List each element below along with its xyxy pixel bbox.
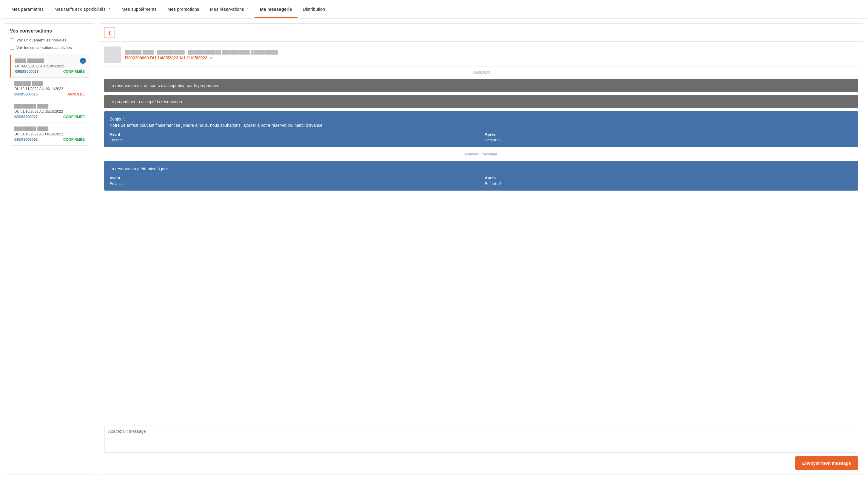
system-message-1: La réservation est en cours d'acceptatio… xyxy=(104,79,858,92)
filter-archivees-label: Voir les conversations archivées xyxy=(17,45,72,50)
nav-supplements[interactable]: Mes suppléments xyxy=(116,0,162,18)
top-navigation: Mes paramètres Mes tarifs et disponibili… xyxy=(0,0,868,19)
chevron-down-icon: ⌃ xyxy=(108,8,111,11)
user-message-text-1: Bonjour,Notre 2e enfant pouvant finaleme… xyxy=(110,116,853,129)
message-input[interactable] xyxy=(104,426,858,452)
user-message-table-1: Avant Après Enfant : 1 Enfant : 2 xyxy=(110,132,853,142)
checkbox-non-lues[interactable] xyxy=(10,38,14,42)
nav-reservations[interactable]: Mes réservations ⌃ xyxy=(205,0,254,18)
conv-name-4: ████████ ████ xyxy=(14,126,85,131)
nouveau-message-divider: Nouveau message xyxy=(104,152,858,156)
checkbox-archivees[interactable] xyxy=(10,45,14,50)
nav-tarifs[interactable]: Mes tarifs et disponibilités ⌃ xyxy=(49,0,116,18)
booking-title-blurred: ██████ ████ • ██████████ • ████████████ … xyxy=(125,50,858,54)
conv-dates-1: DU 14/05/2022 AU 21/05/2022 xyxy=(15,64,85,68)
sidebar-title: Vos conversations xyxy=(10,28,89,34)
table-val-apres-1: Enfant : 2 xyxy=(485,138,853,142)
filter-non-lues-label: Voir uniquement les non-lues xyxy=(17,38,66,42)
conv-status-1: CONFIRMÉE xyxy=(63,69,85,74)
chevron-down-icon: ⌃ xyxy=(246,8,249,11)
back-button[interactable]: ❮ xyxy=(104,27,115,38)
chat-body: ██████ ████ • ██████████ • ████████████ … xyxy=(99,42,863,422)
conv-footer-1: 080MS000027 CONFIRMÉE xyxy=(15,69,85,74)
chat-header: ❮ xyxy=(99,24,863,42)
unread-badge-1: 1 xyxy=(80,58,86,64)
conv-dates-4: DU 01/10/2022 AU 08/10/2022 xyxy=(14,132,85,136)
update-message-table: Avant Après Enfant : 1 Enfant : 2 xyxy=(110,176,853,186)
chat-date-label: 14/05/2022 xyxy=(104,71,858,75)
chat-area: ❮ ██████ ████ • ██████████ • ███████████… xyxy=(99,23,863,475)
booking-ref-link[interactable]: R202200063 DU 14/05/2022 AU 21/05/2022 ↗ xyxy=(125,56,212,60)
send-button[interactable]: Envoyer mon message xyxy=(795,456,858,470)
conv-ref-3: 080MS000027 xyxy=(14,115,38,119)
chat-input-area: Envoyer mon message xyxy=(99,422,863,475)
conv-ref-1: 080MS000027 xyxy=(15,69,38,74)
conv-footer-3: 080MS000027 CONFIRMÉE xyxy=(14,115,85,119)
table-header-avant-1: Avant xyxy=(110,132,478,137)
conv-name-2: ██████ ████ xyxy=(14,81,85,86)
conv-status-4: CONFIRMÉE xyxy=(63,137,85,142)
conversations-sidebar: Vos conversations Voir uniquement les no… xyxy=(5,23,94,475)
update-message: La réservation a été mise à jour Avant A… xyxy=(104,161,858,191)
update-table-val-apres: Enfant : 2 xyxy=(485,181,853,186)
system-message-2: Le propriétaire a accepté la réservation xyxy=(104,95,858,108)
table-val-avant-1: Enfant : 1 xyxy=(110,138,478,142)
booking-avatar xyxy=(104,46,121,63)
conv-footer-2: 080MS000015 ANNULÉE xyxy=(14,92,85,96)
conversation-item-4[interactable]: ████████ ████ DU 01/10/2022 AU 08/10/202… xyxy=(10,123,89,146)
conv-name-1: ████ ██████ xyxy=(15,59,85,63)
update-message-title: La réservation a été mise à jour xyxy=(110,166,853,172)
nav-distribution[interactable]: Distribution xyxy=(298,0,331,18)
conv-status-3: CONFIRMÉE xyxy=(63,115,85,119)
table-header-apres-1: Après xyxy=(485,132,853,137)
filter-archivees[interactable]: Voir les conversations archivées xyxy=(10,45,89,50)
conv-ref-4: 080MS000062 xyxy=(14,137,38,142)
send-row: Envoyer mon message xyxy=(104,456,858,470)
booking-header: ██████ ████ • ██████████ • ████████████ … xyxy=(104,46,858,66)
conv-dates-3: DU 01/10/2022 AU 15/10/2022 xyxy=(14,109,85,114)
external-link-icon: ↗ xyxy=(210,56,212,60)
nav-messagerie[interactable]: Ma messagerie xyxy=(254,0,298,18)
conv-footer-4: 080MS000062 CONFIRMÉE xyxy=(14,137,85,142)
nav-promotions[interactable]: Mes promotions xyxy=(162,0,205,18)
conversation-item-1[interactable]: ████ ██████ DU 14/05/2022 AU 21/05/2022 … xyxy=(10,55,89,77)
main-container: Vos conversations Voir uniquement les no… xyxy=(0,19,868,480)
conv-status-2: ANNULÉE xyxy=(67,92,85,96)
filter-non-lues[interactable]: Voir uniquement les non-lues xyxy=(10,38,89,42)
nav-params[interactable]: Mes paramètres xyxy=(6,0,49,18)
update-table-header-avant: Avant xyxy=(110,176,478,180)
conversation-item-3[interactable]: ████████ ████ DU 01/10/2022 AU 15/10/202… xyxy=(10,100,89,123)
user-message-1: Bonjour,Notre 2e enfant pouvant finaleme… xyxy=(104,111,858,147)
update-table-val-avant: Enfant : 1 xyxy=(110,181,478,186)
conversation-item-2[interactable]: ██████ ████ DU 12/11/2022 AU 19/11/2022 … xyxy=(10,77,89,100)
booking-info: ██████ ████ • ██████████ • ████████████ … xyxy=(125,50,858,60)
conv-name-3: ████████ ████ xyxy=(14,104,85,108)
conv-ref-2: 080MS000015 xyxy=(14,92,38,96)
update-table-header-apres: Après xyxy=(485,176,853,180)
conv-dates-2: DU 12/11/2022 AU 19/11/2022 xyxy=(14,87,85,91)
conversation-list: ████ ██████ DU 14/05/2022 AU 21/05/2022 … xyxy=(10,55,89,146)
